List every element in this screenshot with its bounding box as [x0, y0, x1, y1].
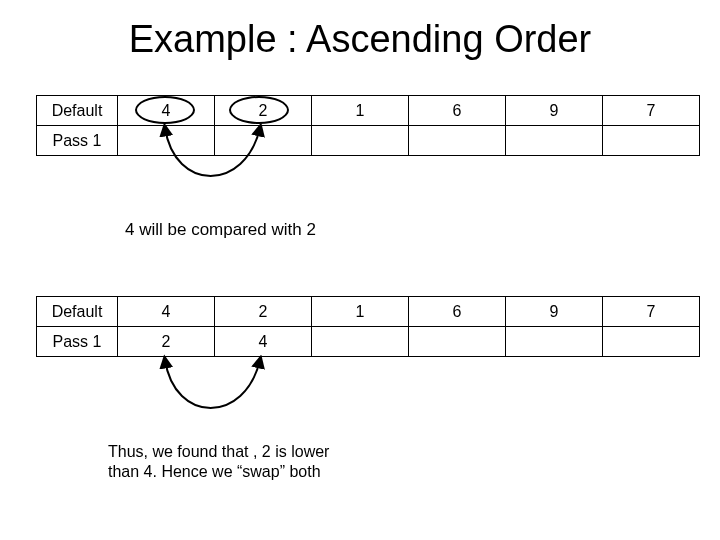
cell — [506, 126, 603, 156]
table-row: Default 4 2 1 6 9 7 — [37, 297, 700, 327]
cell: 6 — [409, 96, 506, 126]
row-label: Default — [37, 96, 118, 126]
cell — [603, 126, 700, 156]
cell: 4 — [118, 297, 215, 327]
cell: 1 — [312, 297, 409, 327]
cell: 7 — [603, 297, 700, 327]
caption-swap: Thus, we found that , 2 is lower than 4.… — [108, 442, 338, 482]
cell: 2 — [215, 297, 312, 327]
table2: Default 4 2 1 6 9 7 Pass 1 2 4 — [36, 296, 700, 357]
table-row: Pass 1 2 4 — [37, 327, 700, 357]
cell — [312, 327, 409, 357]
cell — [603, 327, 700, 357]
cell: 7 — [603, 96, 700, 126]
page-title: Example : Ascending Order — [0, 18, 720, 61]
cell: 6 — [409, 297, 506, 327]
row-label: Default — [37, 297, 118, 327]
row-label: Pass 1 — [37, 126, 118, 156]
cell — [312, 126, 409, 156]
cell: 9 — [506, 297, 603, 327]
row-label: Pass 1 — [37, 327, 118, 357]
caption-compare: 4 will be compared with 2 — [125, 220, 316, 240]
table2-block: Default 4 2 1 6 9 7 Pass 1 2 4 — [36, 296, 700, 357]
cell — [409, 126, 506, 156]
highlight-oval-icon — [229, 96, 289, 124]
cell — [409, 327, 506, 357]
swap-arc-icon — [120, 122, 320, 212]
cell — [506, 327, 603, 357]
cell: 1 — [312, 96, 409, 126]
cell: 2 — [118, 327, 215, 357]
cell: 4 — [215, 327, 312, 357]
highlight-oval-icon — [135, 96, 195, 124]
cell: 9 — [506, 96, 603, 126]
swap-arc-icon — [120, 354, 320, 444]
